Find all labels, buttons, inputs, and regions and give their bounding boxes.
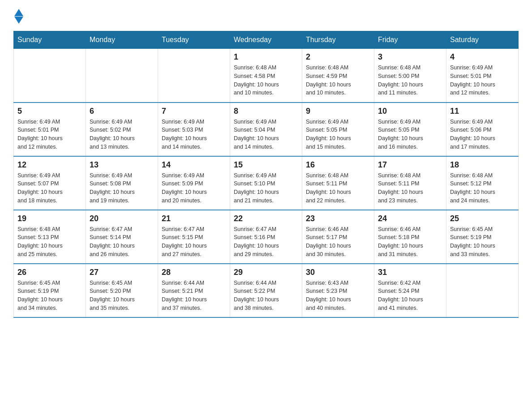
day-info: Sunrise: 6:49 AM Sunset: 5:09 PM Dayligh… — [162, 171, 226, 205]
calendar-cell: 20Sunrise: 6:47 AM Sunset: 5:14 PM Dayli… — [86, 210, 158, 264]
day-number: 13 — [90, 160, 154, 170]
day-info: Sunrise: 6:49 AM Sunset: 5:05 PM Dayligh… — [378, 118, 442, 151]
calendar-cell: 10Sunrise: 6:49 AM Sunset: 5:05 PM Dayli… — [374, 103, 446, 156]
day-info: Sunrise: 6:49 AM Sunset: 5:01 PM Dayligh… — [17, 118, 82, 151]
day-number: 27 — [90, 268, 154, 277]
day-number: 16 — [306, 160, 370, 170]
calendar-cell: 6Sunrise: 6:49 AM Sunset: 5:02 PM Daylig… — [86, 103, 158, 156]
day-info: Sunrise: 6:48 AM Sunset: 4:58 PM Dayligh… — [234, 64, 298, 97]
logo-triangle-up — [14, 9, 23, 16]
day-number: 30 — [306, 268, 370, 277]
day-header-tuesday: Tuesday — [158, 31, 230, 49]
calendar-cell: 8Sunrise: 6:49 AM Sunset: 5:04 PM Daylig… — [230, 103, 302, 156]
day-info: Sunrise: 6:44 AM Sunset: 5:22 PM Dayligh… — [234, 279, 298, 313]
calendar-cell — [14, 49, 86, 103]
day-info: Sunrise: 6:48 AM Sunset: 5:00 PM Dayligh… — [378, 64, 442, 97]
day-info: Sunrise: 6:49 AM Sunset: 5:08 PM Dayligh… — [90, 171, 154, 205]
day-info: Sunrise: 6:45 AM Sunset: 5:19 PM Dayligh… — [450, 225, 515, 259]
day-header-friday: Friday — [374, 31, 446, 49]
day-number: 2 — [306, 52, 370, 62]
calendar-cell: 18Sunrise: 6:48 AM Sunset: 5:12 PM Dayli… — [446, 156, 519, 210]
day-number: 19 — [17, 214, 82, 223]
calendar-cell: 11Sunrise: 6:49 AM Sunset: 5:06 PM Dayli… — [446, 103, 519, 156]
day-info: Sunrise: 6:47 AM Sunset: 5:15 PM Dayligh… — [162, 225, 226, 259]
day-number: 15 — [234, 160, 298, 170]
day-info: Sunrise: 6:49 AM Sunset: 5:10 PM Dayligh… — [234, 171, 298, 205]
calendar-week-row: 19Sunrise: 6:48 AM Sunset: 5:13 PM Dayli… — [14, 210, 519, 264]
day-info: Sunrise: 6:49 AM Sunset: 5:01 PM Dayligh… — [450, 64, 515, 97]
day-number: 25 — [450, 214, 515, 223]
day-number: 24 — [378, 214, 442, 223]
day-number: 14 — [162, 160, 226, 170]
calendar-cell: 12Sunrise: 6:49 AM Sunset: 5:07 PM Dayli… — [14, 156, 86, 210]
calendar-cell: 21Sunrise: 6:47 AM Sunset: 5:15 PM Dayli… — [158, 210, 230, 264]
calendar-cell: 22Sunrise: 6:47 AM Sunset: 5:16 PM Dayli… — [230, 210, 302, 264]
calendar-week-row: 26Sunrise: 6:45 AM Sunset: 5:19 PM Dayli… — [14, 264, 519, 317]
day-number: 26 — [17, 268, 82, 277]
day-number: 10 — [378, 107, 442, 116]
day-number: 20 — [90, 214, 154, 223]
day-info: Sunrise: 6:48 AM Sunset: 5:12 PM Dayligh… — [450, 171, 515, 205]
day-info: Sunrise: 6:48 AM Sunset: 5:11 PM Dayligh… — [306, 171, 370, 205]
day-info: Sunrise: 6:46 AM Sunset: 5:18 PM Dayligh… — [378, 225, 442, 259]
page-header — [13, 9, 519, 22]
day-info: Sunrise: 6:49 AM Sunset: 5:04 PM Dayligh… — [234, 118, 298, 151]
day-header-wednesday: Wednesday — [230, 31, 302, 49]
day-number: 1 — [234, 52, 298, 62]
day-info: Sunrise: 6:44 AM Sunset: 5:21 PM Dayligh… — [162, 279, 226, 313]
day-number: 18 — [450, 160, 515, 170]
day-number: 12 — [17, 160, 82, 170]
logo-triangle-down — [14, 17, 23, 24]
day-info: Sunrise: 6:49 AM Sunset: 5:07 PM Dayligh… — [17, 171, 82, 205]
day-number: 21 — [162, 214, 226, 223]
day-info: Sunrise: 6:47 AM Sunset: 5:16 PM Dayligh… — [234, 225, 298, 259]
day-number: 11 — [450, 107, 515, 116]
calendar-cell: 9Sunrise: 6:49 AM Sunset: 5:05 PM Daylig… — [302, 103, 374, 156]
calendar-cell: 24Sunrise: 6:46 AM Sunset: 5:18 PM Dayli… — [374, 210, 446, 264]
calendar-cell: 14Sunrise: 6:49 AM Sunset: 5:09 PM Dayli… — [158, 156, 230, 210]
calendar-table: SundayMondayTuesdayWednesdayThursdayFrid… — [13, 31, 519, 318]
calendar-cell: 29Sunrise: 6:44 AM Sunset: 5:22 PM Dayli… — [230, 264, 302, 317]
calendar-cell: 5Sunrise: 6:49 AM Sunset: 5:01 PM Daylig… — [14, 103, 86, 156]
day-number: 17 — [378, 160, 442, 170]
day-number: 5 — [17, 107, 82, 116]
calendar-cell — [158, 49, 230, 103]
calendar-cell: 1Sunrise: 6:48 AM Sunset: 4:58 PM Daylig… — [230, 49, 302, 103]
day-header-sunday: Sunday — [14, 31, 86, 49]
calendar-cell: 27Sunrise: 6:45 AM Sunset: 5:20 PM Dayli… — [86, 264, 158, 317]
calendar-cell: 3Sunrise: 6:48 AM Sunset: 5:00 PM Daylig… — [374, 49, 446, 103]
calendar-cell: 2Sunrise: 6:48 AM Sunset: 4:59 PM Daylig… — [302, 49, 374, 103]
logo — [13, 9, 23, 22]
calendar-cell: 19Sunrise: 6:48 AM Sunset: 5:13 PM Dayli… — [14, 210, 86, 264]
calendar-cell: 28Sunrise: 6:44 AM Sunset: 5:21 PM Dayli… — [158, 264, 230, 317]
day-number: 9 — [306, 107, 370, 116]
calendar-cell: 15Sunrise: 6:49 AM Sunset: 5:10 PM Dayli… — [230, 156, 302, 210]
calendar-cell: 31Sunrise: 6:42 AM Sunset: 5:24 PM Dayli… — [374, 264, 446, 317]
calendar-cell: 17Sunrise: 6:48 AM Sunset: 5:11 PM Dayli… — [374, 156, 446, 210]
day-info: Sunrise: 6:47 AM Sunset: 5:14 PM Dayligh… — [90, 225, 154, 259]
day-info: Sunrise: 6:46 AM Sunset: 5:17 PM Dayligh… — [306, 225, 370, 259]
day-number: 7 — [162, 107, 226, 116]
calendar-week-row: 1Sunrise: 6:48 AM Sunset: 4:58 PM Daylig… — [14, 49, 519, 103]
calendar-cell — [86, 49, 158, 103]
calendar-cell: 7Sunrise: 6:49 AM Sunset: 5:03 PM Daylig… — [158, 103, 230, 156]
day-info: Sunrise: 6:43 AM Sunset: 5:23 PM Dayligh… — [306, 279, 370, 313]
day-header-monday: Monday — [86, 31, 158, 49]
day-number: 29 — [234, 268, 298, 277]
day-info: Sunrise: 6:45 AM Sunset: 5:20 PM Dayligh… — [90, 279, 154, 313]
calendar-cell: 25Sunrise: 6:45 AM Sunset: 5:19 PM Dayli… — [446, 210, 519, 264]
day-number: 28 — [162, 268, 226, 277]
day-number: 31 — [378, 268, 442, 277]
calendar-cell: 13Sunrise: 6:49 AM Sunset: 5:08 PM Dayli… — [86, 156, 158, 210]
calendar-cell: 23Sunrise: 6:46 AM Sunset: 5:17 PM Dayli… — [302, 210, 374, 264]
day-number: 3 — [378, 52, 442, 62]
calendar-cell: 30Sunrise: 6:43 AM Sunset: 5:23 PM Dayli… — [302, 264, 374, 317]
day-info: Sunrise: 6:49 AM Sunset: 5:03 PM Dayligh… — [162, 118, 226, 151]
day-info: Sunrise: 6:48 AM Sunset: 5:11 PM Dayligh… — [378, 171, 442, 205]
day-number: 23 — [306, 214, 370, 223]
day-info: Sunrise: 6:49 AM Sunset: 5:02 PM Dayligh… — [90, 118, 154, 151]
calendar-header-row: SundayMondayTuesdayWednesdayThursdayFrid… — [14, 31, 519, 49]
day-number: 6 — [90, 107, 154, 116]
day-header-thursday: Thursday — [302, 31, 374, 49]
day-info: Sunrise: 6:49 AM Sunset: 5:05 PM Dayligh… — [306, 118, 370, 151]
